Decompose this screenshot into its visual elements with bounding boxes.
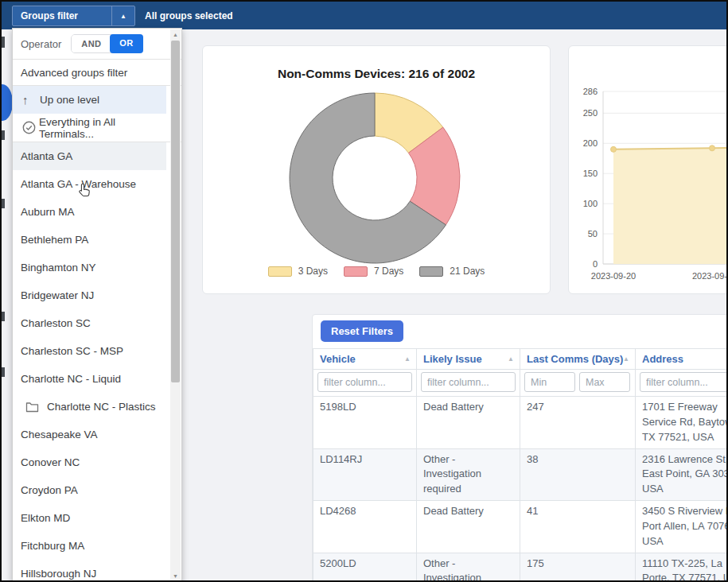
groups-filter-button[interactable]: Groups filter ▲ xyxy=(12,6,135,26)
operator-row: Operator AND OR xyxy=(13,29,181,59)
cell-vehicle: LD4268 xyxy=(313,501,417,553)
group-item[interactable]: Chesapeake VA xyxy=(13,421,166,448)
caret-up-icon[interactable]: ▲ xyxy=(112,13,134,20)
column-header[interactable]: Last Comms (Days)▲ xyxy=(520,349,636,370)
advanced-groups-filter-item[interactable]: Advanced groups filter xyxy=(13,60,181,85)
groups-selected-summary: All groups selected xyxy=(145,2,233,29)
group-item-label: Hillsborough NJ xyxy=(21,568,96,580)
column-filter-input[interactable] xyxy=(421,372,516,392)
table-row[interactable]: 5200LDOther - Investigation required1751… xyxy=(313,553,728,582)
group-item-label: Bethlehem PA xyxy=(21,234,88,246)
group-item-label: Charleston SC - MSP xyxy=(21,345,123,357)
y-tick-label: 150 xyxy=(583,169,598,178)
cell-vehicle: 5198LD xyxy=(313,397,417,449)
operator-or-button[interactable]: OR xyxy=(110,34,142,53)
cell-address: 3450 S Riverview Rd, Port Allen, LA 7076… xyxy=(636,501,728,553)
y-tick-label: 200 xyxy=(583,138,598,148)
cell-issue: Dead Battery xyxy=(417,501,520,553)
group-item[interactable]: Binghamton NY xyxy=(13,254,166,281)
group-item[interactable]: Charlotte NC - Plastics xyxy=(13,393,166,421)
cell-address: 11110 TX-225, La Porte, TX 77571, USA xyxy=(636,553,728,582)
groups-filter-dropdown: Operator AND OR Advanced groups filter ↑… xyxy=(12,28,182,582)
up-one-level-item[interactable]: ↑ Up one level xyxy=(13,86,166,114)
data-point[interactable] xyxy=(710,146,715,151)
group-item-label: Chesapeake VA xyxy=(21,429,98,440)
everything-in-terminals-item[interactable]: Everything in All Terminals... xyxy=(13,114,166,142)
operator-toggle: AND OR xyxy=(71,34,142,53)
devices-table-card: Reset Filters Vehicle▲Likely Issue▲Last … xyxy=(312,314,728,582)
group-item[interactable]: Hillsborough NJ xyxy=(13,560,166,582)
filter-cell xyxy=(417,370,520,397)
group-item[interactable]: Conover NC xyxy=(13,448,166,476)
data-point[interactable] xyxy=(611,146,617,152)
group-item[interactable]: Auburn MA xyxy=(13,198,166,226)
group-item[interactable]: Bethlehem PA xyxy=(13,226,166,254)
group-item[interactable]: Atlanta GA - Warehouse xyxy=(13,170,166,198)
operator-and-button[interactable]: AND xyxy=(72,35,111,52)
legend-swatch xyxy=(344,266,368,277)
scroll-down-arrow-icon[interactable]: ▼ xyxy=(170,571,181,581)
cell-days: 175 xyxy=(520,553,636,582)
group-item[interactable]: Charleston SC - MSP xyxy=(13,337,166,365)
cell-vehicle: 5200LD xyxy=(313,553,417,582)
cell-days: 247 xyxy=(520,397,636,449)
everything-label: Everything in All Terminals... xyxy=(39,116,166,140)
app-root: Groups filter ▲ All groups selected Non-… xyxy=(0,0,728,582)
scroll-up-arrow-icon[interactable]: ▲ xyxy=(170,29,181,40)
group-item[interactable]: Bridgewater NJ xyxy=(13,281,166,309)
donut-legend: 3 Days7 Days21 Days xyxy=(203,266,550,277)
group-item-label: Atlanta GA - Warehouse xyxy=(21,178,136,190)
column-header[interactable]: Likely Issue▲ xyxy=(417,349,520,370)
sort-asc-icon[interactable]: ▲ xyxy=(623,355,629,363)
column-header[interactable]: Address▲ xyxy=(636,349,728,370)
group-item[interactable]: Croydon PA xyxy=(13,476,166,504)
legend-item[interactable]: 21 Days xyxy=(419,266,485,277)
column-header-label: Likely Issue xyxy=(423,353,482,365)
legend-item[interactable]: 3 Days xyxy=(268,266,328,277)
donut-chart[interactable] xyxy=(203,84,551,266)
group-item[interactable]: Charleston SC xyxy=(13,309,166,337)
background-fragment xyxy=(2,130,5,140)
legend-label: 3 Days xyxy=(298,266,328,277)
group-item-label: Charleston SC xyxy=(21,317,91,329)
operator-label: Operator xyxy=(21,38,61,50)
cell-issue: Dead Battery xyxy=(417,397,520,449)
non-comms-devices-card: Non-Comms Devices: 216 of 2002 3 Days7 D… xyxy=(202,45,551,294)
area-chart[interactable]: 2862502001501005002023-09-202023-09-2 xyxy=(569,46,728,293)
dropdown-scrollbar[interactable]: ▲ ▼ xyxy=(170,29,181,582)
up-arrow-icon: ↑ xyxy=(22,93,40,107)
group-item[interactable]: Atlanta GA xyxy=(13,142,166,170)
folder-icon xyxy=(25,402,39,413)
legend-label: 7 Days xyxy=(374,266,403,277)
column-filter-input[interactable] xyxy=(640,372,728,392)
groups-filter-label: Groups filter xyxy=(13,10,111,21)
sort-asc-icon[interactable]: ▲ xyxy=(404,355,411,363)
sort-asc-icon[interactable]: ▲ xyxy=(508,355,514,363)
group-item[interactable]: Fitchburg MA xyxy=(13,532,166,560)
max-filter-input[interactable] xyxy=(579,372,630,392)
column-header-label: Vehicle xyxy=(320,353,356,365)
floating-action-button-sliver[interactable] xyxy=(0,84,13,121)
group-item[interactable]: Elkton MD xyxy=(13,504,166,532)
group-item-label: Auburn MA xyxy=(21,206,75,218)
cell-issue: Other - Investigation required xyxy=(417,448,520,501)
column-filter-input[interactable] xyxy=(317,372,412,392)
min-filter-input[interactable] xyxy=(524,372,575,392)
group-item-label: Charlotte NC - Liquid xyxy=(21,373,121,385)
column-header-label: Address xyxy=(642,353,683,365)
x-tick-label: 2023-09-2 xyxy=(692,271,728,281)
legend-label: 21 Days xyxy=(450,266,485,277)
column-header-label: Last Comms (Days) xyxy=(527,353,623,365)
group-item-label: Charlotte NC - Plastics xyxy=(47,401,156,413)
column-header[interactable]: Vehicle▲ xyxy=(313,349,417,370)
table-row[interactable]: LD4268Dead Battery413450 S Riverview Rd,… xyxy=(313,501,728,553)
reset-filters-button[interactable]: Reset Filters xyxy=(321,320,403,342)
group-item[interactable]: Charlotte NC - Liquid xyxy=(13,365,166,393)
legend-item[interactable]: 7 Days xyxy=(344,266,403,277)
table-row[interactable]: LD114RJOther - Investigation required382… xyxy=(313,448,728,501)
cell-days: 38 xyxy=(520,448,636,501)
legend-swatch xyxy=(419,266,443,277)
y-tick-label: 0 xyxy=(593,259,598,269)
scrollbar-thumb[interactable] xyxy=(171,41,180,382)
table-row[interactable]: 5198LDDead Battery2471701 E Freeway Serv… xyxy=(313,397,728,449)
